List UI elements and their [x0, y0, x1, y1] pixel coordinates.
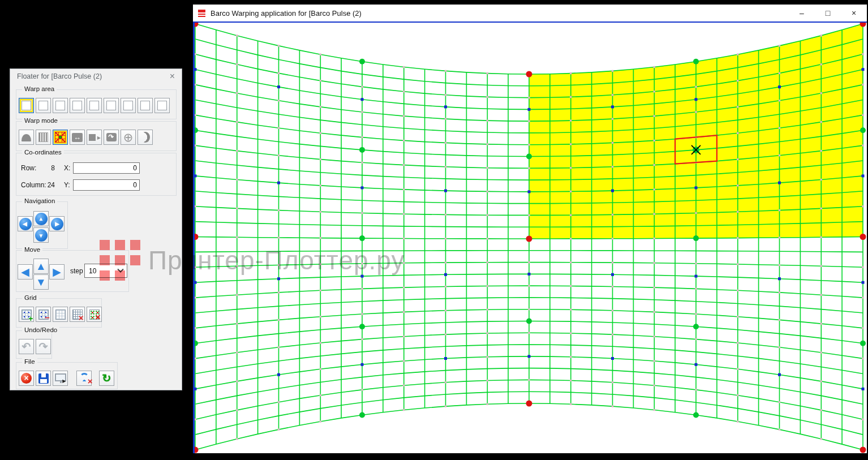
navigation-label: Navigation	[22, 197, 57, 204]
warp-area-label: Warp area	[22, 85, 57, 92]
warp-area-buttons	[19, 98, 170, 113]
mode-keystone-icon	[22, 134, 31, 141]
nav-left-icon	[19, 218, 32, 230]
area-quad-bottom-right-icon	[140, 101, 150, 110]
barco-app-icon	[198, 10, 205, 17]
undo-redo-group: Undo/Redo	[16, 330, 52, 359]
maximize-button[interactable]: □	[815, 5, 841, 22]
nav-up-icon	[35, 213, 48, 225]
floater-close-icon[interactable]: ×	[170, 72, 175, 81]
grid-show-icon	[55, 309, 66, 320]
warp-mode-group: Warp mode	[16, 121, 177, 151]
nav-right-button[interactable]	[49, 216, 65, 231]
area-bottom-half-button[interactable]	[36, 98, 51, 113]
navigation-group: Navigation	[16, 201, 68, 249]
floater-titlebar[interactable]: Floater for [Barco Pulse (2) ×	[10, 69, 182, 84]
grid-add-line-button[interactable]	[19, 307, 34, 322]
floater-title: Floater for [Barco Pulse (2)	[17, 72, 102, 80]
minimize-button[interactable]: –	[789, 5, 815, 22]
file-buttons	[19, 371, 114, 386]
close-button[interactable]: ×	[841, 5, 867, 22]
undo-redo-buttons	[19, 339, 51, 354]
file-label: File	[22, 358, 37, 365]
nav-down-button[interactable]	[33, 227, 49, 243]
y-label: Y:	[64, 181, 70, 189]
row-value: 8	[39, 164, 55, 172]
grid-delete-icon	[72, 309, 83, 320]
undo-redo-label: Undo/Redo	[22, 326, 59, 333]
main-window-title: Barco Warping application for [Barco Pul…	[210, 9, 362, 18]
step-dropdown[interactable]: 10	[84, 264, 127, 278]
y-input[interactable]	[73, 179, 140, 191]
mode-linearity-button[interactable]	[36, 130, 51, 145]
mode-shift-button[interactable]	[87, 130, 102, 145]
file-apply-screen-icon	[55, 373, 66, 381]
warp-mesh[interactable]	[195, 23, 867, 453]
grid-delete-button[interactable]	[70, 307, 85, 322]
desktop-background: Barco Warping application for [Barco Pul…	[0, 0, 868, 460]
mode-center-icon	[123, 131, 134, 143]
nav-left-button[interactable]	[18, 216, 33, 231]
file-exit-button[interactable]	[19, 371, 34, 386]
file-disconnect-button[interactable]	[76, 371, 92, 386]
grid-buttons	[19, 307, 102, 322]
grid-remove-line-button[interactable]	[36, 307, 51, 322]
file-group: File	[16, 362, 118, 389]
move-down-button[interactable]	[33, 274, 49, 290]
area-quad-top-left-button[interactable]	[121, 98, 136, 113]
grid-reset-points-icon	[89, 309, 100, 320]
mode-rotate-button[interactable]	[104, 130, 119, 145]
mode-shift-icon	[89, 134, 96, 141]
main-window-titlebar[interactable]: Barco Warping application for [Barco Pul…	[193, 5, 867, 23]
x-label: X:	[64, 164, 70, 172]
file-reload-button[interactable]	[99, 371, 114, 386]
file-save-button[interactable]	[36, 371, 51, 386]
redo-icon	[39, 340, 48, 353]
file-save-icon	[38, 373, 49, 384]
mode-grid-warp-icon	[55, 132, 66, 143]
grid-show-button[interactable]	[53, 307, 68, 322]
area-right-half-button[interactable]	[70, 98, 85, 113]
move-label: Move	[22, 246, 42, 253]
mode-stretch-h-button[interactable]	[70, 130, 85, 145]
area-left-half-button[interactable]	[53, 98, 68, 113]
step-label: step	[70, 267, 83, 275]
move-up-button[interactable]	[33, 259, 49, 274]
redo-button[interactable]	[36, 339, 51, 354]
move-left-icon	[21, 266, 29, 277]
grid-reset-points-button[interactable]	[87, 307, 102, 322]
window-controls: – □ ×	[789, 5, 867, 22]
warp-canvas	[193, 23, 867, 453]
barco-warping-window: Barco Warping application for [Barco Pul…	[193, 5, 867, 453]
mode-curvature-button[interactable]	[137, 130, 153, 145]
area-bottom-half-icon	[38, 101, 48, 110]
coordinate-row-line: Row: 8 X:	[16, 162, 176, 174]
area-quad-bottom-left-button[interactable]	[104, 98, 119, 113]
mode-center-button[interactable]	[121, 130, 136, 145]
row-label: Row:	[21, 164, 36, 172]
coordinate-column-line: Column: 24 Y:	[16, 179, 176, 191]
nav-up-button[interactable]	[33, 211, 49, 226]
x-input[interactable]	[73, 162, 140, 174]
area-full-button[interactable]	[19, 98, 34, 113]
file-exit-icon	[21, 373, 32, 384]
move-right-icon	[53, 266, 61, 277]
grid-add-line-icon	[22, 309, 32, 320]
mode-stretch-h-icon	[72, 133, 83, 142]
area-top-half-button[interactable]	[87, 98, 102, 113]
column-value: 24	[39, 181, 55, 189]
area-quad-top-right-button[interactable]	[154, 98, 170, 113]
file-apply-screen-button[interactable]	[53, 371, 68, 386]
move-up-icon	[36, 261, 46, 272]
mode-keystone-button[interactable]	[19, 130, 34, 145]
mode-curvature-icon	[141, 132, 150, 143]
warp-mode-buttons	[19, 130, 153, 145]
undo-button[interactable]	[19, 339, 34, 354]
move-right-button[interactable]	[49, 264, 65, 280]
floater-panel: Floater for [Barco Pulse (2) × Warp area…	[10, 68, 182, 390]
move-left-button[interactable]	[18, 264, 33, 280]
grid-label: Grid	[22, 294, 39, 301]
coordinates-label: Co-ordinates	[22, 149, 64, 156]
mode-grid-warp-button[interactable]	[53, 130, 68, 145]
area-quad-bottom-right-button[interactable]	[137, 98, 153, 113]
